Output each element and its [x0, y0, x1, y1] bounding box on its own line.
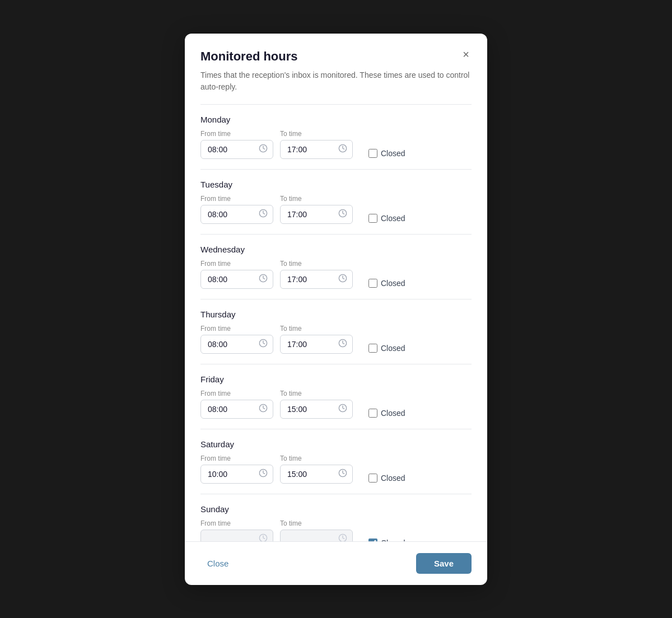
from-input-wrapper-saturday: [200, 465, 273, 484]
to-input-monday[interactable]: [280, 140, 353, 159]
day-row-monday: MondayFrom time To time Closed: [200, 105, 472, 170]
to-label-wednesday: To time: [280, 260, 353, 268]
from-input-wrapper-sunday: [200, 530, 273, 541]
to-label-friday: To time: [280, 390, 353, 397]
from-input-wrapper-friday: [200, 400, 273, 419]
from-label-thursday: From time: [200, 325, 273, 333]
time-fields-monday: From time To time Closed: [200, 130, 472, 159]
to-group-tuesday: To time: [280, 195, 353, 224]
to-label-sunday: To time: [280, 519, 353, 527]
day-label-friday: Friday: [200, 374, 472, 384]
from-label-monday: From time: [200, 130, 273, 138]
close-button[interactable]: Close: [200, 554, 235, 573]
closed-checkbox-tuesday[interactable]: [368, 214, 377, 223]
from-input-sunday: [200, 530, 273, 541]
from-input-thursday[interactable]: [200, 335, 273, 354]
to-label-tuesday: To time: [280, 195, 353, 203]
to-input-sunday: [280, 530, 353, 541]
from-group-wednesday: From time: [200, 260, 273, 289]
to-group-saturday: To time: [280, 455, 353, 484]
modal: Monitored hours × Times that the recepti…: [185, 34, 487, 585]
time-fields-friday: From time To time Closed: [200, 390, 472, 419]
closed-group-friday: Closed: [368, 409, 405, 419]
closed-label-sunday[interactable]: Closed: [381, 539, 405, 541]
to-group-friday: To time: [280, 390, 353, 419]
to-group-sunday: To time: [280, 519, 353, 541]
from-group-friday: From time: [200, 390, 273, 419]
time-fields-saturday: From time To time Closed: [200, 455, 472, 484]
to-input-wrapper-thursday: [280, 335, 353, 354]
to-input-wrapper-tuesday: [280, 205, 353, 224]
to-group-wednesday: To time: [280, 260, 353, 289]
to-input-friday[interactable]: [280, 400, 353, 419]
save-button[interactable]: Save: [416, 553, 472, 574]
closed-label-monday[interactable]: Closed: [381, 149, 405, 158]
closed-checkbox-sunday[interactable]: [368, 539, 377, 541]
modal-description: Times that the reception's inbox is moni…: [200, 69, 472, 93]
day-label-monday: Monday: [200, 115, 472, 124]
from-input-wrapper-wednesday: [200, 270, 273, 289]
from-label-wednesday: From time: [200, 260, 273, 268]
modal-header: Monitored hours × Times that the recepti…: [185, 34, 487, 93]
from-group-saturday: From time: [200, 455, 273, 484]
from-group-monday: From time: [200, 130, 273, 159]
day-label-wednesday: Wednesday: [200, 245, 472, 254]
from-input-tuesday[interactable]: [200, 205, 273, 224]
day-row-sunday: SundayFrom time To time Closed: [200, 494, 472, 541]
closed-group-sunday: Closed: [368, 539, 405, 541]
from-input-friday[interactable]: [200, 400, 273, 419]
to-input-saturday[interactable]: [280, 465, 353, 484]
closed-checkbox-saturday[interactable]: [368, 474, 377, 483]
from-label-sunday: From time: [200, 519, 273, 527]
to-input-wednesday[interactable]: [280, 270, 353, 289]
modal-body: MondayFrom time To time ClosedTuesdayFro…: [185, 105, 487, 541]
from-input-wrapper-monday: [200, 140, 273, 159]
day-label-sunday: Sunday: [200, 504, 472, 514]
closed-label-wednesday[interactable]: Closed: [381, 279, 405, 288]
day-label-tuesday: Tuesday: [200, 180, 472, 189]
closed-group-saturday: Closed: [368, 474, 405, 484]
closed-group-thursday: Closed: [368, 344, 405, 354]
closed-checkbox-thursday[interactable]: [368, 344, 377, 353]
closed-label-saturday[interactable]: Closed: [381, 474, 405, 483]
to-input-wrapper-monday: [280, 140, 353, 159]
from-input-wednesday[interactable]: [200, 270, 273, 289]
from-group-sunday: From time: [200, 519, 273, 541]
day-row-thursday: ThursdayFrom time To time Closed: [200, 299, 472, 364]
to-input-tuesday[interactable]: [280, 205, 353, 224]
to-label-thursday: To time: [280, 325, 353, 333]
closed-checkbox-wednesday[interactable]: [368, 279, 377, 288]
from-input-wrapper-tuesday: [200, 205, 273, 224]
closed-checkbox-monday[interactable]: [368, 149, 377, 158]
closed-label-friday[interactable]: Closed: [381, 409, 405, 418]
closed-group-tuesday: Closed: [368, 214, 405, 224]
close-x-button[interactable]: ×: [458, 47, 474, 63]
day-row-wednesday: WednesdayFrom time To time Closed: [200, 235, 472, 299]
closed-label-tuesday[interactable]: Closed: [381, 214, 405, 223]
to-input-thursday[interactable]: [280, 335, 353, 354]
from-input-monday[interactable]: [200, 140, 273, 159]
closed-group-monday: Closed: [368, 149, 405, 159]
time-fields-sunday: From time To time Closed: [200, 519, 472, 541]
from-input-wrapper-thursday: [200, 335, 273, 354]
to-label-saturday: To time: [280, 455, 353, 462]
from-label-friday: From time: [200, 390, 273, 397]
from-input-saturday[interactable]: [200, 465, 273, 484]
day-label-saturday: Saturday: [200, 439, 472, 449]
to-group-monday: To time: [280, 130, 353, 159]
modal-title: Monitored hours: [200, 49, 472, 64]
from-label-saturday: From time: [200, 455, 273, 462]
to-input-wrapper-saturday: [280, 465, 353, 484]
to-input-wrapper-wednesday: [280, 270, 353, 289]
closed-label-thursday[interactable]: Closed: [381, 344, 405, 353]
time-fields-thursday: From time To time Closed: [200, 325, 472, 354]
to-input-wrapper-friday: [280, 400, 353, 419]
day-row-tuesday: TuesdayFrom time To time Closed: [200, 170, 472, 235]
closed-checkbox-friday[interactable]: [368, 409, 377, 418]
to-group-thursday: To time: [280, 325, 353, 354]
day-row-friday: FridayFrom time To time Closed: [200, 364, 472, 429]
from-group-thursday: From time: [200, 325, 273, 354]
to-input-wrapper-sunday: [280, 530, 353, 541]
time-fields-tuesday: From time To time Closed: [200, 195, 472, 224]
modal-footer: Close Save: [185, 541, 487, 585]
